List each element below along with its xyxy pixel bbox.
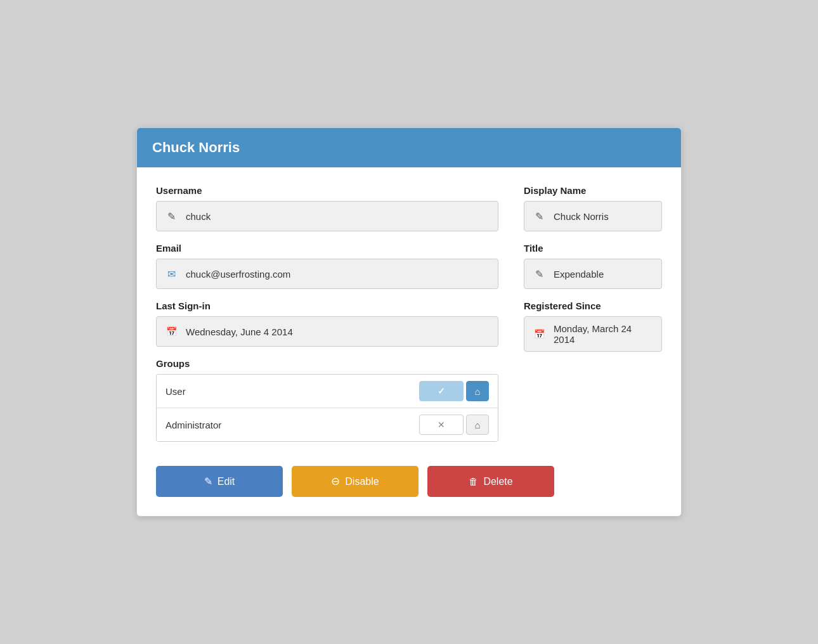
username-input: chuck [156, 201, 498, 231]
group-home-administrator[interactable] [466, 415, 489, 435]
delete-button-label: Delete [483, 476, 512, 487]
group-home-user[interactable] [466, 381, 489, 401]
title-label: Title [524, 243, 662, 254]
card-title: Chuck Norris [152, 139, 666, 156]
last-signin-calendar-icon [164, 326, 178, 337]
left-column: Username chuck Email chuck@userfrosting.… [156, 185, 498, 460]
display-name-field-group: Display Name Chuck Norris [524, 185, 662, 231]
title-edit-icon [532, 268, 546, 280]
group-toggle-administrator[interactable] [419, 415, 464, 435]
card-header: Chuck Norris [137, 128, 681, 167]
group-actions-administrator [419, 415, 489, 435]
groups-table: User Admini [156, 374, 498, 442]
email-icon [164, 268, 178, 280]
edit-button-icon [204, 475, 212, 487]
delete-button[interactable]: Delete [427, 466, 554, 497]
title-field-group: Title Expendable [524, 243, 662, 289]
username-field-group: Username chuck [156, 185, 498, 231]
email-label: Email [156, 243, 498, 254]
group-name-administrator: Administrator [166, 420, 419, 430]
group-row-administrator: Administrator [157, 408, 498, 441]
group-toggle-user[interactable] [419, 381, 464, 401]
edit-button[interactable]: Edit [156, 466, 283, 497]
times-icon [438, 420, 445, 430]
registered-since-field-group: Registered Since Monday, March 24 2014 [524, 300, 662, 352]
home-icon-user [474, 386, 480, 397]
email-input: chuck@userfrosting.com [156, 259, 498, 289]
edit-button-label: Edit [217, 476, 235, 487]
registered-since-value: Monday, March 24 2014 [554, 323, 654, 345]
delete-button-icon [469, 476, 478, 487]
title-input: Expendable [524, 259, 662, 289]
groups-field-group: Groups User [156, 358, 498, 442]
display-name-input: Chuck Norris [524, 201, 662, 231]
display-name-value: Chuck Norris [554, 211, 609, 222]
email-value: chuck@userfrosting.com [186, 269, 290, 280]
last-signin-field-group: Last Sign-in Wednesday, June 4 2014 [156, 300, 498, 347]
disable-button-icon [331, 475, 340, 488]
display-name-edit-icon [532, 210, 546, 222]
fields-grid: Username chuck Email chuck@userfrosting.… [156, 185, 662, 460]
registered-since-label: Registered Since [524, 300, 662, 311]
registered-since-calendar-icon [532, 328, 546, 340]
last-signin-label: Last Sign-in [156, 300, 498, 311]
group-row-user: User [157, 375, 498, 408]
user-profile-card: Chuck Norris Username chuck Email chuck@… [136, 127, 682, 517]
card-body: Username chuck Email chuck@userfrosting.… [137, 167, 681, 516]
group-name-user: User [166, 386, 419, 397]
registered-since-input: Monday, March 24 2014 [524, 316, 662, 352]
username-edit-icon [164, 210, 178, 222]
home-icon-administrator [474, 420, 480, 430]
group-actions-user [419, 381, 489, 401]
disable-button[interactable]: Disable [292, 466, 419, 497]
groups-label: Groups [156, 358, 498, 369]
action-buttons: Edit Disable Delete [156, 466, 662, 497]
disable-button-label: Disable [345, 476, 379, 487]
email-field-group: Email chuck@userfrosting.com [156, 243, 498, 289]
username-value: chuck [186, 211, 211, 222]
title-value: Expendable [554, 269, 604, 280]
username-label: Username [156, 185, 498, 196]
last-signin-input: Wednesday, June 4 2014 [156, 316, 498, 347]
last-signin-value: Wednesday, June 4 2014 [186, 326, 293, 337]
check-icon [438, 386, 445, 396]
right-column: Display Name Chuck Norris Title Expendab… [524, 185, 662, 460]
display-name-label: Display Name [524, 185, 662, 196]
